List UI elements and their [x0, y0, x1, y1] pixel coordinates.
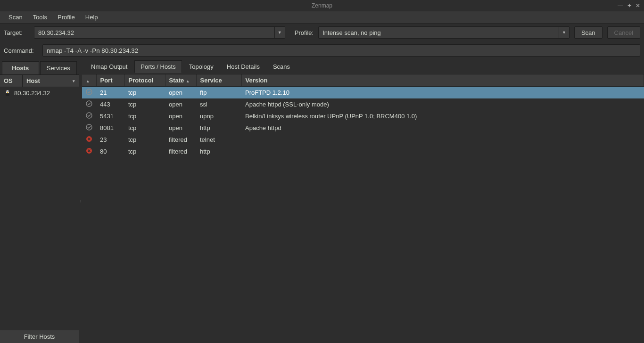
target-combo[interactable]: 80.30.234.32 ▼	[34, 26, 285, 39]
host-list: 80.30.234.32	[0, 87, 79, 330]
version-cell: Apache httpd (SSL-only mode)	[241, 98, 644, 110]
col-version[interactable]: Version	[241, 74, 644, 87]
tab-host-details[interactable]: Host Details	[221, 60, 266, 73]
ports-table: ▴ Port Protocol State ▴ Service Version …	[82, 74, 644, 157]
svg-point-4	[86, 89, 92, 95]
target-row: Target: 80.30.234.32 ▼ Profile: Intense …	[0, 24, 644, 41]
check-circle-icon	[82, 87, 96, 99]
col-state-label: State	[169, 77, 184, 84]
tab-topology[interactable]: Topology	[183, 60, 220, 73]
close-icon[interactable]: ✕	[636, 2, 640, 9]
menu-scan[interactable]: Scan	[4, 12, 27, 22]
check-circle-icon	[82, 98, 96, 110]
chevron-up-icon: ▴	[87, 79, 89, 83]
scan-button-label: Scan	[581, 29, 595, 36]
tab-hosts[interactable]: Hosts	[2, 61, 39, 74]
svg-point-7	[86, 124, 92, 130]
table-row[interactable]: 21tcpopenftpProFTPD 1.2.10	[82, 87, 644, 99]
port-cell: 21	[96, 87, 124, 99]
table-row[interactable]: 443tcpopensslApache httpd (SSL-only mode…	[82, 98, 644, 110]
protocol-cell: tcp	[124, 87, 165, 99]
col-protocol[interactable]: Protocol	[124, 74, 165, 87]
svg-point-6	[86, 113, 92, 118]
left-tabs: Hosts Services	[0, 59, 79, 75]
profile-value[interactable]: Intense scan, no ping	[319, 27, 559, 38]
version-cell: Belkin/Linksys wireless router UPnP (UPn…	[241, 110, 644, 122]
right-tabs: Nmap Output Ports / Hosts Topology Host …	[82, 59, 644, 74]
service-cell: http	[196, 122, 241, 134]
service-cell: upnp	[196, 110, 241, 122]
filter-hosts-label: Filter Hosts	[24, 333, 55, 340]
port-cell: 8081	[96, 122, 124, 134]
target-value[interactable]: 80.30.234.32	[34, 27, 274, 38]
tab-nmap-output[interactable]: Nmap Output	[85, 60, 133, 73]
minimize-icon[interactable]: —	[618, 2, 623, 9]
target-label: Target:	[4, 29, 29, 36]
svg-point-1	[6, 93, 9, 96]
right-pane: Nmap Output Ports / Hosts Topology Host …	[82, 59, 644, 343]
profile-combo[interactable]: Intense scan, no ping ▼	[318, 26, 570, 39]
state-cell: open	[165, 110, 196, 122]
port-cell: 443	[96, 98, 124, 110]
command-input[interactable]	[42, 44, 640, 57]
titlebar: Zenmap — ✦ ✕	[0, 0, 644, 11]
svg-point-2	[7, 91, 8, 92]
tab-ports-hosts[interactable]: Ports / Hosts	[134, 60, 182, 73]
host-list-header: OS Host ▾	[0, 75, 79, 87]
menu-tools[interactable]: Tools	[28, 12, 52, 22]
check-circle-icon	[82, 110, 96, 122]
tab-scans[interactable]: Scans	[267, 60, 296, 73]
chevron-down-icon[interactable]: ▼	[559, 27, 569, 38]
tab-services[interactable]: Services	[40, 61, 77, 74]
linux-icon	[4, 89, 11, 97]
filter-hosts-button[interactable]: Filter Hosts	[0, 330, 79, 343]
chevron-up-icon: ▴	[187, 79, 189, 83]
col-status[interactable]: ▴	[82, 74, 96, 87]
svg-point-3	[8, 91, 9, 92]
menu-profile[interactable]: Profile	[53, 12, 80, 22]
table-row[interactable]: 23tcpfilteredtelnet	[82, 134, 644, 146]
left-pane: Hosts Services OS Host ▾ 80.30.234.32 Fi…	[0, 59, 79, 343]
table-row[interactable]: 80tcpfilteredhttp	[82, 146, 644, 157]
port-cell: 5431	[96, 110, 124, 122]
protocol-cell: tcp	[124, 122, 165, 134]
port-cell: 23	[96, 134, 124, 146]
window-title: Zenmap	[312, 2, 332, 9]
chevron-down-icon[interactable]: ▼	[274, 27, 285, 38]
maximize-icon[interactable]: ✦	[627, 2, 632, 9]
version-cell	[241, 146, 644, 157]
host-column-header[interactable]: Host ▾	[23, 75, 79, 87]
host-label: 80.30.234.32	[14, 90, 50, 97]
table-row[interactable]: 5431tcpopenupnpBelkin/Linksys wireless r…	[82, 110, 644, 122]
port-cell: 80	[96, 146, 124, 157]
col-service[interactable]: Service	[196, 74, 241, 87]
cancel-button-label: Cancel	[614, 29, 633, 36]
state-cell: open	[165, 87, 196, 99]
state-cell: filtered	[165, 134, 196, 146]
chevron-down-icon: ▾	[73, 79, 75, 83]
col-port[interactable]: Port	[96, 74, 124, 87]
protocol-cell: tcp	[124, 134, 165, 146]
host-column-label: Host	[26, 77, 40, 84]
version-cell: ProFTPD 1.2.10	[241, 87, 644, 99]
table-row[interactable]: 8081tcpopenhttpApache httpd	[82, 122, 644, 134]
body: Hosts Services OS Host ▾ 80.30.234.32 Fi…	[0, 59, 644, 343]
window-controls: — ✦ ✕	[618, 0, 640, 11]
protocol-cell: tcp	[124, 110, 165, 122]
protocol-cell: tcp	[124, 98, 165, 110]
menu-help[interactable]: Help	[81, 12, 103, 22]
service-cell: telnet	[196, 134, 241, 146]
version-cell	[241, 134, 644, 146]
host-row[interactable]: 80.30.234.32	[0, 87, 79, 98]
svg-point-5	[86, 101, 92, 106]
check-circle-icon	[82, 122, 96, 134]
service-cell: ftp	[196, 87, 241, 99]
service-cell: ssl	[196, 98, 241, 110]
col-state[interactable]: State ▴	[165, 74, 196, 87]
scan-button[interactable]: Scan	[574, 26, 603, 39]
version-cell: Apache httpd	[241, 122, 644, 134]
state-cell: filtered	[165, 146, 196, 157]
os-column-header[interactable]: OS	[0, 75, 23, 87]
state-cell: open	[165, 98, 196, 110]
service-cell: http	[196, 146, 241, 157]
